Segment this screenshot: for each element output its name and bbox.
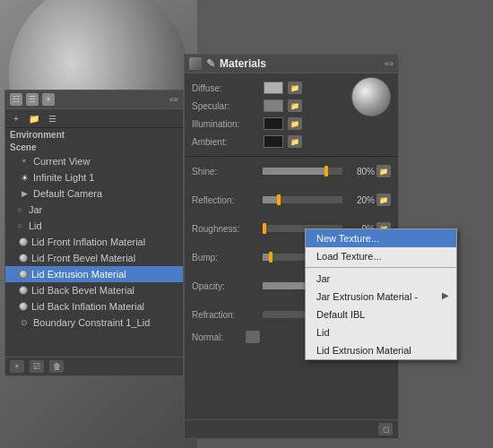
material-sphere-icon (19, 254, 28, 263)
panel-toolbar: + 📁 ☰ (5, 109, 183, 128)
tree-item-boundary-constraint[interactable]: ⊙ Boundary Constraint 1_Lid (5, 314, 183, 331)
normal-label: Normal: (192, 332, 246, 342)
scene-panel-header: ☷ ☰ ☀ «» (5, 90, 183, 109)
properties-title-text: Materials (220, 57, 266, 70)
reflection-folder[interactable]: 📁 (376, 194, 391, 206)
reflection-section: Reflection: 20% 📁 (185, 185, 398, 214)
illumination-label: Illumination: (192, 119, 264, 129)
view-icon: ⚬ (19, 156, 30, 167)
light-icon[interactable]: ☀ (42, 93, 55, 106)
camera-btn[interactable]: ☰ (45, 111, 59, 125)
material-sphere-icon (19, 302, 28, 311)
context-menu-load-texture[interactable]: Load Texture... (306, 247, 456, 265)
context-menu-new-texture[interactable]: New Texture... ▶ (306, 229, 456, 247)
cursor-icon: ▶ (442, 289, 449, 299)
tree-item-lid[interactable]: ○ Lid (5, 218, 183, 234)
camera-icon: ▶ (19, 188, 30, 199)
reflection-row: Reflection: 20% 📁 (192, 191, 391, 209)
material-sphere-icon (19, 286, 28, 295)
normal-folder[interactable] (246, 331, 260, 343)
illumination-swatch[interactable] (264, 117, 283, 130)
add-footer-btn[interactable]: + (10, 360, 24, 373)
constraint-icon: ⊙ (19, 317, 30, 328)
context-menu-default-ibl[interactable]: Default IBL (306, 306, 456, 323)
tree-item-jar[interactable]: ○ Jar (5, 202, 183, 218)
collapse-arrows[interactable]: «» (169, 95, 178, 104)
context-menu-separator (306, 267, 456, 268)
ambient-swatch[interactable] (264, 135, 283, 148)
diffuse-label: Diffuse: (192, 83, 264, 93)
tree-item-lid-extrusion[interactable]: Lid Extrusion Material (5, 266, 183, 282)
context-menu: New Texture... ▶ Load Texture... Jar Jar… (305, 228, 457, 360)
illumination-row: Illumination: 📁 (192, 116, 391, 132)
illumination-folder[interactable]: 📁 (288, 117, 302, 130)
roughness-handle[interactable] (263, 223, 266, 234)
ambient-folder[interactable]: 📁 (288, 135, 302, 148)
brush-icon: ✎ (206, 57, 215, 70)
folder-btn[interactable]: 📁 (27, 111, 41, 125)
shine-fill (263, 168, 326, 175)
material-sphere-icon (19, 237, 28, 246)
tree-item-infinite-light[interactable]: ☀ Infinite Light 1 (5, 169, 183, 185)
tree-item-lid-back-inflation[interactable]: Lid Back Inflation Material (5, 298, 183, 314)
panel-footer: + ☑ 🗑 (5, 357, 183, 375)
reflection-handle[interactable] (277, 194, 281, 205)
tree-item-lid-front-inflation[interactable]: Lid Front Inflation Material (5, 234, 183, 250)
specular-swatch[interactable] (264, 99, 283, 112)
texture-preview-sphere (351, 77, 391, 116)
specular-folder[interactable]: 📁 (288, 99, 302, 112)
material-sphere-icon (19, 270, 28, 279)
reflection-slider[interactable] (263, 196, 342, 203)
context-menu-lid-extrusion[interactable]: Lid Extrusion Material (306, 341, 456, 359)
context-menu-lid[interactable]: Lid (306, 323, 456, 341)
scene-section-label: Scene (5, 141, 183, 153)
specular-label: Specular: (192, 101, 264, 111)
properties-title: ✎ Materials (189, 57, 266, 70)
shine-slider[interactable] (263, 168, 342, 175)
object-icon: ○ (14, 220, 25, 231)
panel-bottom: ◻ (185, 419, 398, 438)
tree-item-lid-back-bevel[interactable]: Lid Back Bevel Material (5, 282, 183, 298)
shine-folder[interactable]: 📁 (376, 165, 391, 177)
properties-header: ✎ Materials «» (185, 55, 398, 73)
tree-item-lid-front-bevel[interactable]: Lid Front Bevel Material (5, 250, 183, 266)
diffuse-swatch[interactable] (264, 82, 283, 94)
context-menu-jar-extrusion[interactable]: Jar Extrusion Material - (306, 288, 456, 306)
diffuse-folder[interactable]: 📁 (288, 82, 302, 94)
ambient-label: Ambient: (192, 137, 264, 147)
ambient-row: Ambient: 📁 (192, 134, 391, 150)
reflection-label: Reflection: (192, 195, 259, 205)
bump-handle[interactable] (269, 252, 272, 263)
copy-footer-btn[interactable]: ☑ (30, 360, 44, 373)
colors-section: Diffuse: 📁 Specular: 📁 Illumination: 📁 A… (185, 73, 398, 157)
opacity-label: Opacity: (192, 281, 259, 291)
object-icon: ○ (14, 204, 25, 215)
tree-item-current-view[interactable]: ⚬ Current View (5, 153, 183, 169)
scene-panel: ☷ ☰ ☀ «» + 📁 ☰ Environment Scene ⚬ Curre… (4, 90, 184, 376)
context-menu-jar[interactable]: Jar (306, 270, 456, 288)
panel-toolbar-icons: ☷ ☰ ☀ (10, 93, 55, 106)
panel-expand-btn[interactable]: ◻ (378, 423, 393, 435)
environment-label: Environment (5, 128, 183, 141)
refraction-label: Refraction: (192, 310, 259, 320)
bump-label: Bump: (192, 253, 259, 263)
delete-footer-btn[interactable]: 🗑 (49, 360, 64, 373)
tree-item-default-camera[interactable]: ▶ Default Camera (5, 185, 183, 202)
shine-row: Shine: 80% 📁 (192, 162, 391, 180)
shine-handle[interactable] (324, 166, 328, 177)
list-icon[interactable]: ☰ (26, 93, 39, 106)
material-icon (189, 57, 202, 70)
properties-collapse[interactable]: «» (385, 59, 394, 68)
add-btn[interactable]: + (9, 111, 23, 125)
roughness-label: Roughness: (192, 224, 259, 234)
scene-icon[interactable]: ☷ (10, 93, 22, 106)
light-icon: ☀ (19, 172, 30, 183)
shine-section: Shine: 80% 📁 (185, 157, 398, 185)
shine-label: Shine: (192, 167, 259, 177)
shine-value: 80% (346, 167, 375, 177)
reflection-value: 20% (346, 195, 375, 205)
